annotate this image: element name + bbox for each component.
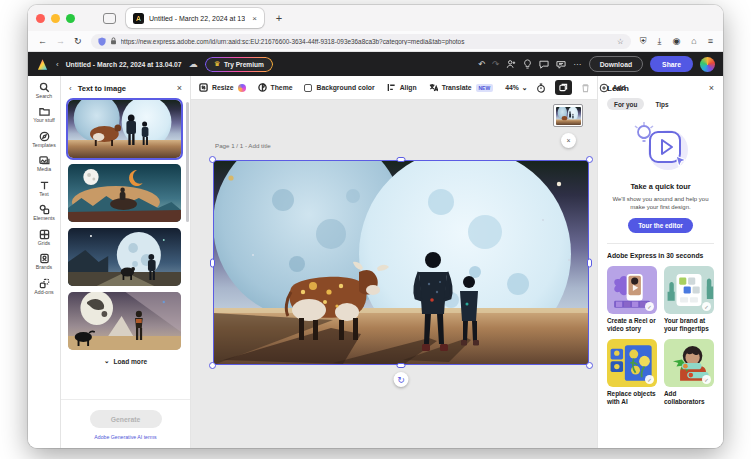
downloads-icon[interactable]: ⤓: [657, 36, 661, 47]
learn-card-reel[interactable]: ✓ Create a Reel or video story: [607, 266, 657, 333]
new-badge: NEW: [476, 84, 494, 92]
minimize-window-button[interactable]: [51, 14, 60, 23]
comment-icon[interactable]: [539, 60, 549, 69]
align-button[interactable]: Align: [387, 83, 417, 92]
sidebar-item-search[interactable]: Search: [28, 82, 60, 99]
resize-handle-top-right[interactable]: [586, 156, 593, 163]
window-controls[interactable]: [36, 14, 75, 23]
timer-icon[interactable]: [536, 79, 546, 97]
sidebar-item-templates[interactable]: Templates: [28, 131, 60, 148]
tab-title: Untitled - March 22, 2024 at 13: [149, 15, 245, 22]
generated-thumbnails: [61, 100, 190, 350]
thumbnail-cow-family[interactable]: [68, 100, 181, 158]
share-button[interactable]: Share: [650, 56, 693, 72]
undo-icon[interactable]: ↶: [478, 59, 485, 69]
zoom-window-button[interactable]: [66, 14, 75, 23]
panel-scrollbar[interactable]: [186, 102, 189, 222]
share-label: Share: [662, 61, 681, 68]
tab-tips[interactable]: Tips: [648, 98, 675, 110]
canvas-stage[interactable]: Page 1 / 1 - Add title ×: [191, 100, 597, 448]
close-window-button[interactable]: [36, 14, 45, 23]
learn-card-replace[interactable]: ✓ Replace objects with AI: [607, 339, 657, 406]
card-label: Replace objects with AI: [607, 390, 657, 406]
lock-icon[interactable]: [110, 37, 117, 45]
sidebar-item-media[interactable]: Media: [28, 155, 60, 172]
generate-button[interactable]: Generate: [90, 410, 162, 428]
selected-image[interactable]: ↻: [213, 160, 589, 365]
resize-handle-bottom[interactable]: [397, 363, 406, 368]
generative-ai-terms-link[interactable]: Adobe Generative AI terms: [94, 434, 156, 440]
browser-tab[interactable]: A Untitled - March 22, 2024 at 13 ×: [126, 8, 264, 28]
panel-close-icon[interactable]: ×: [177, 83, 182, 93]
resize-handle-top-left[interactable]: [209, 156, 216, 163]
rail-label: Add-ons: [34, 290, 53, 295]
thumbnail-dusty-traveler[interactable]: [68, 292, 181, 350]
zoom-level-value: 44%: [505, 84, 519, 91]
deselect-close-button[interactable]: ×: [561, 133, 576, 148]
learn-card-collaborators[interactable]: ✓ Add collaborators: [664, 339, 714, 406]
resize-handle-left[interactable]: [210, 258, 215, 267]
tour-heading: Take a quick tour: [607, 182, 714, 191]
page-title-label[interactable]: Page 1 / 1 - Add title: [215, 142, 271, 149]
thumbnail-moon-walker[interactable]: [68, 228, 181, 286]
try-premium-button[interactable]: ♛ Try Premium: [205, 57, 273, 72]
sidebar-item-brands[interactable]: Brands: [28, 253, 60, 270]
download-button[interactable]: Download: [589, 56, 643, 72]
reload-icon[interactable]: ↻: [74, 36, 82, 46]
learn-close-icon[interactable]: ×: [709, 83, 714, 93]
canvas-area: Resize Theme Background color Align: [191, 76, 597, 448]
panel-back-icon[interactable]: ‹: [69, 84, 72, 93]
tab-overview-icon[interactable]: [103, 13, 116, 24]
forward-icon[interactable]: →: [56, 36, 65, 46]
learn-card-brand[interactable]: ✓ Your brand at your fingertips: [664, 266, 714, 333]
delete-icon[interactable]: [581, 79, 590, 97]
sidebar-item-your-stuff[interactable]: Your stuff: [28, 106, 60, 123]
load-more-button[interactable]: ⌄ Load more: [61, 357, 190, 365]
back-icon[interactable]: ←: [38, 36, 47, 46]
add-page-button[interactable]: Add: [599, 83, 625, 93]
tracking-shield-icon[interactable]: [98, 37, 106, 46]
lightbulb-icon[interactable]: [523, 59, 532, 69]
back-chevron-icon[interactable]: ‹: [56, 60, 59, 69]
tab-close-icon[interactable]: ×: [252, 14, 257, 23]
text-icon: [39, 180, 50, 191]
tour-the-editor-button[interactable]: Tour the editor: [628, 218, 693, 233]
sidebar-item-add-ons[interactable]: Add-ons: [28, 278, 60, 295]
resize-handle-bottom-left[interactable]: [209, 362, 216, 369]
sidebar-item-text[interactable]: Text: [28, 180, 60, 197]
sidebar-item-grids[interactable]: Grids: [28, 229, 60, 246]
resize-handle-top[interactable]: [397, 157, 406, 162]
zoom-level-dropdown[interactable]: 44% ⌄: [505, 84, 527, 92]
pages-view-button[interactable]: [555, 80, 572, 95]
new-tab-button[interactable]: +: [276, 12, 282, 24]
translate-button[interactable]: Translate NEW: [429, 83, 494, 92]
thumbnail-watercolor-hill[interactable]: [68, 164, 181, 222]
feedback-icon[interactable]: [556, 60, 566, 69]
adobe-express-logo[interactable]: [36, 58, 49, 71]
redo-icon[interactable]: ↷: [492, 59, 499, 69]
add-ons-icon: [39, 278, 50, 289]
add-collaborator-icon[interactable]: [506, 59, 516, 69]
rotate-handle[interactable]: ↻: [394, 372, 409, 387]
resize-handle-right[interactable]: [587, 258, 592, 267]
theme-button[interactable]: Theme: [258, 83, 293, 92]
background-color-button[interactable]: Background color: [304, 84, 374, 92]
page-thumbnail[interactable]: [553, 104, 583, 127]
sync-shield-icon[interactable]: ⛨: [640, 36, 647, 47]
pocket-icon[interactable]: ⌂: [691, 36, 696, 46]
resize-button[interactable]: Resize: [199, 83, 246, 92]
rail-label: Search: [36, 94, 52, 99]
translate-label: Translate: [442, 84, 472, 91]
align-label: Align: [400, 84, 417, 91]
url-input[interactable]: https://new.express.adobe.com/id/urn:aai…: [91, 34, 631, 49]
browser-window: A Untitled - March 22, 2024 at 13 × + ← …: [28, 5, 723, 448]
more-options-icon[interactable]: ···: [573, 59, 582, 69]
bookmark-star-icon[interactable]: ☆: [617, 37, 624, 46]
hamburger-menu-icon[interactable]: ≡: [708, 36, 713, 46]
document-title[interactable]: Untitled - March 22, 2024 at 13.04.07: [66, 61, 182, 68]
account-icon[interactable]: ◉: [672, 36, 680, 46]
resize-handle-bottom-right[interactable]: [586, 362, 593, 369]
tab-for-you[interactable]: For you: [607, 98, 644, 110]
sidebar-item-elements[interactable]: Elements: [28, 204, 60, 221]
user-avatar[interactable]: [700, 57, 715, 72]
